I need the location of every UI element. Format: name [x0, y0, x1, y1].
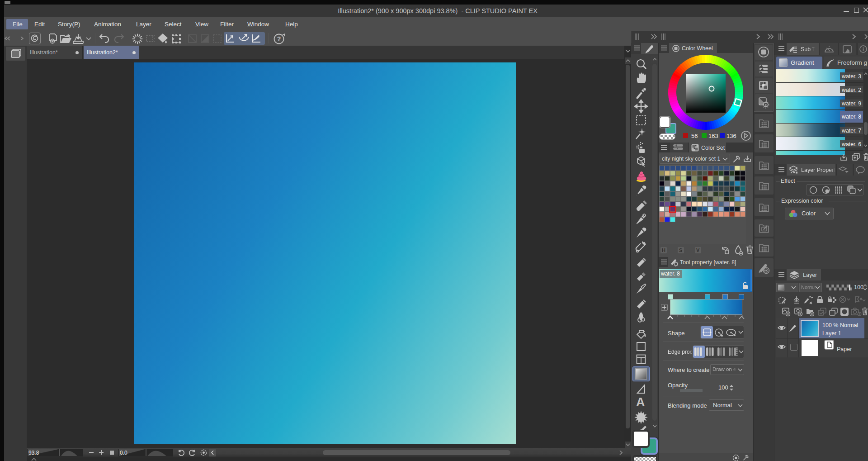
svg-text:?: ?	[277, 35, 281, 43]
